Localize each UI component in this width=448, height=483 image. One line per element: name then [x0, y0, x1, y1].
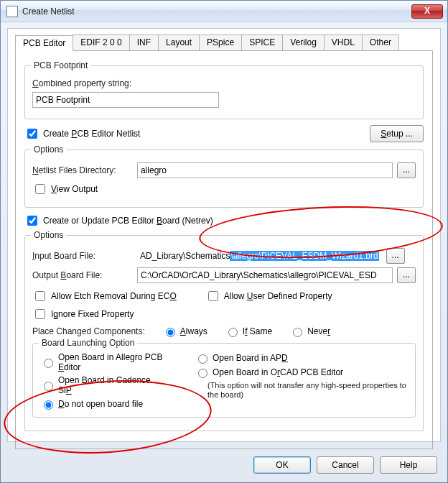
tab-verilog[interactable]: Verilog	[282, 34, 325, 50]
input-board-label: Input Board File:	[32, 251, 133, 261]
options-board-group: Options Input Board File: AD_Library\Sch…	[24, 235, 424, 431]
netlist-dir-label: Netlist Files Directory:	[32, 165, 133, 175]
close-button[interactable]: X	[411, 4, 443, 19]
allow-etch-checkbox[interactable]: Allow Etch Removal During ECO	[32, 289, 177, 303]
create-pcb-netlist-input[interactable]	[27, 129, 37, 139]
help-button[interactable]: Help	[380, 456, 437, 474]
tab-pcb-editor[interactable]: PCB Editor	[15, 35, 73, 51]
ignore-fixed-input[interactable]	[35, 309, 45, 319]
tab-edif-200[interactable]: EDIF 2 0 0	[73, 34, 129, 50]
allow-user-prop-checkbox[interactable]: Allow User Defined Property	[205, 289, 332, 303]
view-output-checkbox[interactable]: View Output	[32, 182, 98, 196]
place-changed-never[interactable]: Never	[289, 326, 330, 337]
group-label: Options	[31, 144, 66, 155]
launch-orcad-note: (This option will not transfer any high-…	[207, 381, 408, 399]
combined-property-field[interactable]	[32, 92, 219, 108]
tab-body: PCB Footprint Combined property string: …	[15, 51, 433, 449]
tab-inf[interactable]: INF	[129, 34, 159, 50]
tab-spice[interactable]: SPICE	[241, 34, 283, 50]
dialog-button-row: OK Cancel Help	[1, 448, 447, 482]
launch-orcad[interactable]: Open Board in OrCAD PCB Editor	[195, 367, 408, 378]
launch-allegro[interactable]: Open Board in Allegro PCB Editor	[40, 352, 166, 372]
group-label: PCB Footprint	[31, 60, 90, 70]
allow-user-prop-input[interactable]	[208, 291, 218, 301]
tab-vhdl[interactable]: VHDL	[324, 34, 363, 50]
ok-button[interactable]: OK	[253, 456, 311, 474]
input-board-field[interactable]: AD_Library\Schematics\allegro\PICEVAL_ES…	[137, 248, 382, 264]
view-output-input[interactable]	[35, 184, 45, 194]
output-board-field[interactable]	[137, 267, 393, 283]
create-netlist-dialog: Create Netlist X PCB Editor EDIF 2 0 0 I…	[0, 0, 448, 483]
client-area: PCB Editor EDIF 2 0 0 INF Layout PSpice …	[7, 28, 441, 442]
tab-layout[interactable]: Layout	[158, 34, 200, 50]
launch-apd[interactable]: Open Board in APD	[195, 352, 408, 364]
setup-button[interactable]: Setup ...	[370, 125, 424, 142]
input-board-browse-button[interactable]: ...	[386, 248, 405, 264]
create-pcb-netlist-checkbox[interactable]: Create PCB Editor Netlist	[24, 126, 140, 141]
combined-property-label: Combined property string:	[32, 78, 131, 88]
tab-pspice[interactable]: PSpice	[199, 34, 242, 50]
launch-cadence-sip[interactable]: Open Board in Cadence SiP	[40, 375, 166, 395]
board-launching-group: Board Launching Option Open Board in All…	[32, 343, 416, 418]
cancel-button[interactable]: Cancel	[317, 456, 374, 474]
output-board-label: Output Board File:	[32, 270, 133, 280]
tab-strip: PCB Editor EDIF 2 0 0 INF Layout PSpice …	[15, 34, 433, 51]
allow-etch-input[interactable]	[35, 291, 45, 301]
group-label: Board Launching Option	[39, 338, 137, 348]
place-changed-always[interactable]: Always	[162, 326, 207, 337]
tab-other[interactable]: Other	[362, 34, 399, 50]
pcb-footprint-group: PCB Footprint Combined property string:	[24, 65, 424, 119]
group-label: Options	[31, 230, 66, 240]
create-update-board-input[interactable]	[27, 216, 37, 226]
ignore-fixed-checkbox[interactable]: Ignore Fixed Property	[32, 307, 134, 321]
netlist-dir-field[interactable]	[137, 162, 393, 178]
netlist-dir-browse-button[interactable]: ...	[397, 162, 416, 178]
place-changed-label: Place Changed Components:	[32, 326, 145, 336]
title-bar: Create Netlist X	[1, 1, 447, 22]
create-update-board-checkbox[interactable]: Create or Update PCB Editor Board (Netre…	[24, 213, 213, 228]
window-title: Create Netlist	[22, 6, 411, 17]
launch-do-not-open[interactable]: Do not open board file	[40, 398, 166, 410]
options-netlist-group: Options Netlist Files Directory: ... Vie…	[24, 150, 424, 208]
place-changed-if-same[interactable]: If Same	[225, 326, 272, 337]
app-icon	[6, 6, 18, 17]
output-board-browse-button[interactable]: ...	[397, 267, 416, 283]
